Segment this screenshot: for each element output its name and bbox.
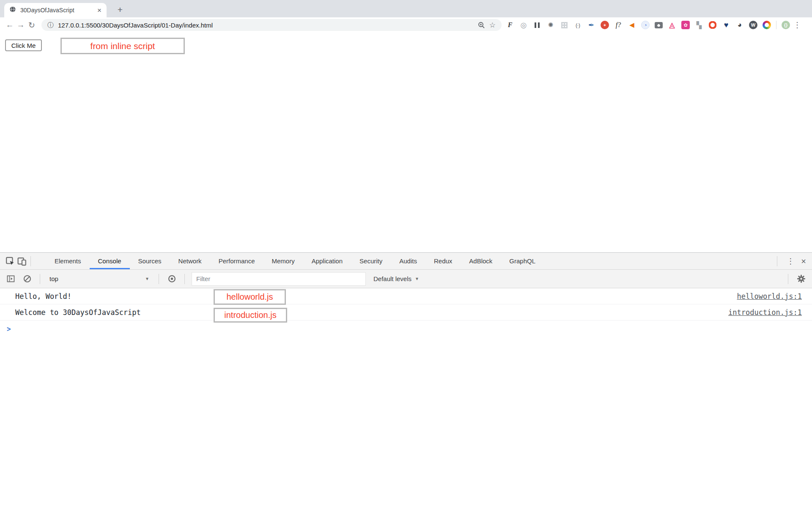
tab-application[interactable]: Application [303,253,351,269]
f-question-extension-icon[interactable]: f? [614,21,623,29]
gray-blocks-extension-icon[interactable]: ▚ [695,21,703,29]
devtools-window-controls: ⋮ × [774,256,806,266]
browser-tab[interactable]: 30DaysOfJavaScript × [4,3,107,17]
url-text[interactable]: 127.0.0.1:5500/30DaysOfJavaScript/01-Day… [58,22,473,29]
pink-triangle-extension-icon[interactable]: ◬ [668,21,676,29]
tab-graphql[interactable]: GraphQL [501,253,544,269]
clear-console-icon[interactable] [21,273,33,285]
console-toolbar-divider [788,274,788,284]
site-info-icon[interactable]: ⓘ [47,21,54,29]
devtools-divider [30,256,31,266]
console-message-text: Hello, World! [15,292,71,301]
camera-extension-icon[interactable] [655,22,663,28]
inspect-element-icon[interactable] [4,255,16,267]
tab-close-icon[interactable]: × [97,7,102,14]
stop-hand-extension-icon[interactable]: ✶ [601,21,609,29]
introduction-annotation: introduction.js [214,308,287,323]
levels-label: Default levels [373,275,411,282]
tab-redux[interactable]: Redux [425,253,461,269]
browser-window: 30DaysOfJavaScript × + ← → ↻ ⓘ 127.0.0.1… [0,0,812,508]
tab-audits[interactable]: Audits [391,253,425,269]
settings-gear-icon[interactable] [795,273,807,285]
columns-extension-icon[interactable] [533,21,541,29]
console-toolbar-divider [184,274,185,284]
console-message-text: Welcome to 30DaysOfJavaScript [15,308,141,317]
toolbar-divider [776,21,776,29]
heart-magnifier-extension-icon[interactable]: ♥ [722,21,730,29]
megaphone-extension-icon[interactable]: ◀ [628,21,636,29]
chevron-down-icon: ▼ [145,276,149,281]
color-ring-extension-icon[interactable] [763,21,771,29]
new-tab-button[interactable]: + [113,3,127,17]
browser-toolbar: ← → ↻ ⓘ 127.0.0.1:5500/30DaysOfJavaScrip… [0,17,812,33]
eyedropper-extension-icon[interactable]: ✒ [587,21,595,29]
pink-gear-extension-icon[interactable]: ✿ [681,21,690,29]
execution-context-select[interactable]: top ▼ [47,275,152,282]
live-expression-eye-icon[interactable] [166,273,178,285]
source-link-helloworld[interactable]: helloworld.js:1 [737,292,802,301]
tab-adblock[interactable]: AdBlock [461,253,501,269]
console-message-row: Hello, World! helloworld.js:1 [0,288,812,304]
address-bar[interactable]: ⓘ 127.0.0.1:5500/30DaysOfJavaScript/01-D… [41,19,502,31]
red-ring-extension-icon[interactable] [708,21,717,29]
script-f-extension-icon[interactable]: F [506,21,514,29]
bug-extension-icon[interactable]: ✺ [546,21,555,29]
inline-script-annotation: from inline script [60,38,185,54]
orbit-extension-icon[interactable]: ◎ [519,21,528,29]
chevron-down-icon: ▼ [415,276,419,281]
extensions-row: F ◎ ✺ (·) ✒ ✶ f? ◀ ◔ ◬ ✿ ▚ ♥ ◕ W {} [506,21,790,29]
filter-input[interactable] [192,272,366,286]
tab-sources[interactable]: Sources [130,253,170,269]
devtools-close-icon[interactable]: × [801,257,806,265]
device-toolbar-icon[interactable] [16,255,28,267]
devtools-divider [777,256,777,266]
back-icon[interactable]: ← [4,19,15,30]
globe-favicon-icon [9,6,16,14]
gauge-extension-icon[interactable]: ◕ [735,21,744,29]
reload-icon[interactable]: ↻ [26,19,37,30]
json-braces-extension-icon[interactable]: {} [782,21,790,29]
console-toolbar-divider [159,274,159,284]
console-toolbar-divider [40,274,40,284]
paren-dot-extension-icon[interactable]: (·) [573,21,582,29]
tab-security[interactable]: Security [351,253,391,269]
tab-elements[interactable]: Elements [46,253,90,269]
devtools-tabs: Elements Console Sources Network Perform… [46,253,544,269]
console-sidebar-toggle-icon[interactable] [5,273,17,285]
console-toolbar: top ▼ Default levels ▼ [0,270,812,288]
console-prompt-line[interactable]: > [0,320,812,337]
devtools-tab-bar: Elements Console Sources Network Perform… [0,253,812,270]
tab-memory[interactable]: Memory [263,253,303,269]
forward-icon[interactable]: → [15,19,26,30]
magnifier-plus-icon[interactable] [477,21,485,29]
log-levels-select[interactable]: Default levels ▼ [373,275,419,282]
devtools-panel: Elements Console Sources Network Perform… [0,252,812,508]
tab-performance[interactable]: Performance [210,253,263,269]
prompt-chevron-icon: > [7,324,11,333]
tab-network[interactable]: Network [170,253,210,269]
w-circle-extension-icon[interactable]: W [749,21,757,29]
source-link-introduction[interactable]: introduction.js:1 [728,308,802,317]
devtools-more-icon[interactable]: ⋮ [787,257,794,266]
blue-swirl-extension-icon[interactable]: ◔ [641,21,650,29]
context-label: top [49,275,58,282]
page-content: Click Me [0,33,812,252]
tab-title: 30DaysOfJavaScript [20,7,93,14]
helloworld-annotation: helloworld.js [214,289,286,305]
click-me-button[interactable]: Click Me [5,39,42,51]
tab-console[interactable]: Console [90,253,130,269]
bookmark-star-icon[interactable]: ☆ [489,22,496,29]
tab-strip: 30DaysOfJavaScript × + [0,0,812,17]
browser-menu-icon[interactable]: ⋮ [793,20,801,30]
grid-extension-icon[interactable] [560,21,568,29]
console-message-row: Welcome to 30DaysOfJavaScript introducti… [0,304,812,320]
